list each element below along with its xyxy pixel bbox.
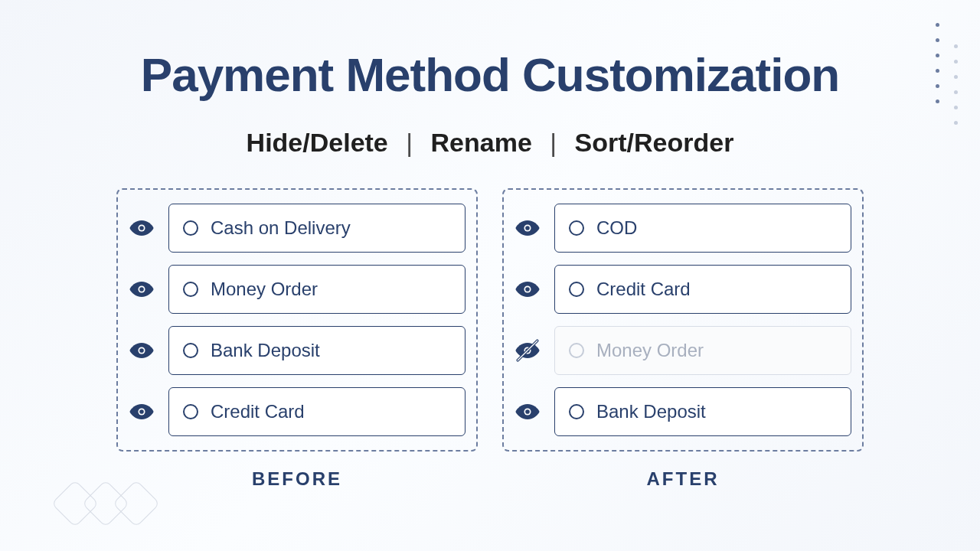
payment-method-row: Bank Deposit xyxy=(129,326,466,375)
before-panel: Cash on DeliveryMoney OrderBank DepositC… xyxy=(116,188,478,452)
subtitle-separator: | xyxy=(406,128,413,158)
radio-icon[interactable] xyxy=(569,220,584,236)
payment-method-option[interactable]: Bank Deposit xyxy=(554,387,851,436)
svg-point-3 xyxy=(139,287,144,292)
eye-icon[interactable] xyxy=(129,276,155,302)
after-panel: CODCredit CardMoney OrderBank Deposit xyxy=(502,188,864,452)
payment-method-label: Bank Deposit xyxy=(596,401,706,422)
visibility-toggle-visible[interactable] xyxy=(514,215,541,241)
payment-method-row: Cash on Delivery xyxy=(129,204,466,253)
payment-method-label: Credit Card xyxy=(211,401,305,422)
payment-method-row: Money Order xyxy=(514,326,851,375)
diamond-decoration xyxy=(61,487,153,520)
radio-icon[interactable] xyxy=(183,404,198,419)
visibility-toggle-visible[interactable] xyxy=(129,276,155,302)
subtitle-part-hide: Hide/Delete xyxy=(247,128,388,157)
visibility-toggle-visible[interactable] xyxy=(514,399,541,425)
svg-point-5 xyxy=(139,348,144,353)
payment-method-label: COD xyxy=(596,217,637,239)
payment-method-row: Credit Card xyxy=(129,387,466,436)
subtitle: Hide/Delete | Rename | Sort/Reorder xyxy=(0,128,980,158)
radio-icon[interactable] xyxy=(183,343,198,358)
page-title: Payment Method Customization xyxy=(0,47,980,102)
before-caption: BEFORE xyxy=(252,468,342,490)
svg-point-11 xyxy=(525,287,530,292)
payment-method-label: Cash on Delivery xyxy=(211,217,351,239)
payment-method-row: Credit Card xyxy=(514,265,851,314)
visibility-toggle-visible[interactable] xyxy=(129,215,155,241)
after-caption: AFTER xyxy=(647,468,720,490)
svg-point-9 xyxy=(525,226,530,230)
radio-icon[interactable] xyxy=(183,282,198,297)
subtitle-part-rename: Rename xyxy=(431,128,532,157)
eye-icon[interactable] xyxy=(129,399,155,425)
eye-icon[interactable] xyxy=(514,215,541,241)
subtitle-part-sort: Sort/Reorder xyxy=(575,128,734,157)
eye-icon[interactable] xyxy=(129,337,155,364)
eye-icon[interactable] xyxy=(514,276,541,302)
payment-method-option[interactable]: Cash on Delivery xyxy=(168,204,466,253)
payment-method-label: Money Order xyxy=(596,340,704,361)
payment-method-row: COD xyxy=(514,204,851,253)
payment-method-option[interactable]: Money Order xyxy=(168,265,466,314)
payment-method-row: Money Order xyxy=(129,265,466,314)
radio-icon[interactable] xyxy=(183,220,198,236)
svg-point-17 xyxy=(525,409,530,414)
payment-method-option[interactable]: Bank Deposit xyxy=(168,326,466,375)
payment-method-row: Bank Deposit xyxy=(514,387,851,436)
dots-decoration xyxy=(931,23,962,130)
visibility-toggle-visible[interactable] xyxy=(129,399,155,425)
radio-icon[interactable] xyxy=(569,282,584,297)
eye-slash-icon[interactable] xyxy=(514,337,541,364)
svg-point-7 xyxy=(139,409,144,414)
payment-method-option[interactable]: COD xyxy=(554,204,851,253)
svg-point-1 xyxy=(139,226,144,230)
eye-icon[interactable] xyxy=(514,399,541,425)
subtitle-separator: | xyxy=(550,128,557,158)
radio-icon[interactable] xyxy=(569,343,584,358)
payment-method-option[interactable]: Credit Card xyxy=(168,387,466,436)
visibility-toggle-visible[interactable] xyxy=(514,276,541,302)
payment-method-label: Money Order xyxy=(211,279,318,300)
radio-icon[interactable] xyxy=(569,404,584,419)
eye-icon[interactable] xyxy=(129,215,155,241)
payment-method-option[interactable]: Money Order xyxy=(554,326,851,375)
visibility-toggle-hidden[interactable] xyxy=(514,337,541,364)
payment-method-label: Bank Deposit xyxy=(211,340,320,361)
payment-method-label: Credit Card xyxy=(596,279,691,300)
visibility-toggle-visible[interactable] xyxy=(129,337,155,364)
payment-method-option[interactable]: Credit Card xyxy=(554,265,851,314)
